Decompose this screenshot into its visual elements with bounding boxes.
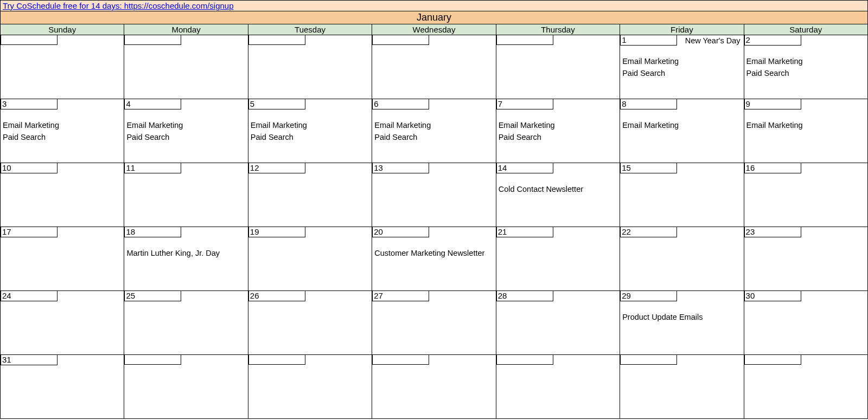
event-item[interactable]: Paid Search [251,131,369,143]
calendar-cell[interactable] [620,355,744,419]
calendar-cell[interactable]: 28 [496,291,620,355]
date-number: 29 [620,291,677,301]
event-item[interactable]: Email Marketing [746,119,865,131]
calendar-cell[interactable] [124,355,248,419]
calendar-cell[interactable]: 14Cold Contact Newsletter [496,163,620,227]
calendar-cell[interactable]: 26 [248,291,372,355]
events-container: Customer Marketing Newsletter [374,247,493,259]
promo-link[interactable]: Try CoSchedule free for 14 days: https:/… [3,1,234,10]
date-number: 19 [248,227,305,237]
event-item[interactable]: Paid Search [499,131,617,143]
calendar-cell[interactable]: 22 [620,227,744,291]
month-title: January [0,11,868,24]
events-container: Martin Luther King, Jr. Day [126,247,245,259]
calendar-cell[interactable]: 29Product Update Emails [620,291,744,355]
event-item[interactable]: Email Marketing [3,119,122,131]
date-number: 8 [620,99,677,109]
date-number [124,355,181,365]
date-number [124,35,181,45]
date-number: 6 [372,99,429,109]
promo-banner: Try CoSchedule free for 14 days: https:/… [0,0,868,11]
event-item[interactable]: Email Marketing [251,119,369,131]
calendar-cell[interactable]: 10 [1,163,124,227]
date-number: 23 [744,227,801,237]
calendar-cell[interactable]: 5Email MarketingPaid Search [248,99,372,163]
calendar-cell[interactable]: 16 [744,163,868,227]
date-number: 15 [620,163,677,173]
calendar-cell[interactable]: 15 [620,163,744,227]
events-container: Email MarketingPaid Search [622,55,741,80]
calendar-cell[interactable]: 27 [372,291,496,355]
day-header: Tuesday [248,24,372,35]
calendar-cell[interactable]: 23 [744,227,868,291]
day-header: Monday [124,24,248,35]
event-item[interactable]: Email Marketing [622,55,741,67]
date-number [248,355,305,365]
calendar-cell[interactable]: 24 [1,291,124,355]
calendar-cell[interactable] [1,35,124,99]
event-item[interactable]: Product Update Emails [622,311,741,323]
calendar-cell[interactable]: 19 [248,227,372,291]
calendar-cell[interactable]: 7Email MarketingPaid Search [496,99,620,163]
calendar-cell[interactable]: 1New Year's DayEmail MarketingPaid Searc… [620,35,744,99]
date-number: 26 [248,291,305,301]
event-item[interactable]: Paid Search [126,131,245,143]
date-number [496,355,553,365]
event-item[interactable]: Email Marketing [622,119,741,131]
event-item[interactable]: Paid Search [3,131,122,143]
calendar-cell[interactable]: 31 [1,355,124,419]
date-number: 13 [372,163,429,173]
calendar-cell[interactable]: 3Email MarketingPaid Search [1,99,124,163]
calendar-cell[interactable] [744,355,868,419]
event-item[interactable]: Customer Marketing Newsletter [374,247,493,259]
calendar-cell[interactable] [372,355,496,419]
event-item[interactable]: Cold Contact Newsletter [499,183,617,195]
events-container: Email Marketing [746,119,865,131]
calendar-cell[interactable]: 18Martin Luther King, Jr. Day [124,227,248,291]
date-number [372,35,429,45]
date-number: 22 [620,227,677,237]
calendar-cell[interactable]: 6Email MarketingPaid Search [372,99,496,163]
day-header: Friday [620,24,744,35]
calendar-cell[interactable] [496,355,620,419]
event-item[interactable]: Email Marketing [499,119,617,131]
calendar-cell[interactable]: 20Customer Marketing Newsletter [372,227,496,291]
date-number: 9 [744,99,801,109]
event-item[interactable]: Email Marketing [374,119,493,131]
date-number [744,355,801,365]
event-item[interactable]: Paid Search [746,67,865,79]
calendar-cell[interactable]: 2Email MarketingPaid Search [744,35,868,99]
event-item[interactable]: Email Marketing [746,55,865,67]
calendar-cell[interactable]: 25 [124,291,248,355]
date-number: 12 [248,163,305,173]
event-item[interactable]: Email Marketing [126,119,245,131]
event-item[interactable]: Paid Search [622,67,741,79]
day-header: Thursday [496,24,620,35]
day-header: Sunday [1,24,124,35]
event-item[interactable]: Paid Search [374,131,493,143]
date-number: 4 [124,99,181,109]
calendar-cell[interactable]: 30 [744,291,868,355]
calendar-cell[interactable]: 13 [372,163,496,227]
calendar-cell[interactable] [248,355,372,419]
calendar-cell[interactable]: 8Email Marketing [620,99,744,163]
calendar-cell[interactable]: 12 [248,163,372,227]
date-number: 14 [496,163,553,173]
calendar-cell[interactable] [124,35,248,99]
calendar-cell[interactable] [248,35,372,99]
events-container: Email Marketing [622,119,741,131]
calendar-cell[interactable]: 9Email Marketing [744,99,868,163]
event-item[interactable]: Martin Luther King, Jr. Day [126,247,245,259]
date-number: 5 [248,99,305,109]
calendar-cell[interactable]: 21 [496,227,620,291]
date-number: 16 [744,163,801,173]
calendar-cell[interactable] [496,35,620,99]
date-number: 30 [744,291,801,301]
calendar-cell[interactable]: 11 [124,163,248,227]
calendar-cell[interactable]: 4Email MarketingPaid Search [124,99,248,163]
date-number: 28 [496,291,553,301]
calendar-cell[interactable] [372,35,496,99]
date-number [1,35,58,45]
day-header: Saturday [744,24,868,35]
calendar-cell[interactable]: 17 [1,227,124,291]
